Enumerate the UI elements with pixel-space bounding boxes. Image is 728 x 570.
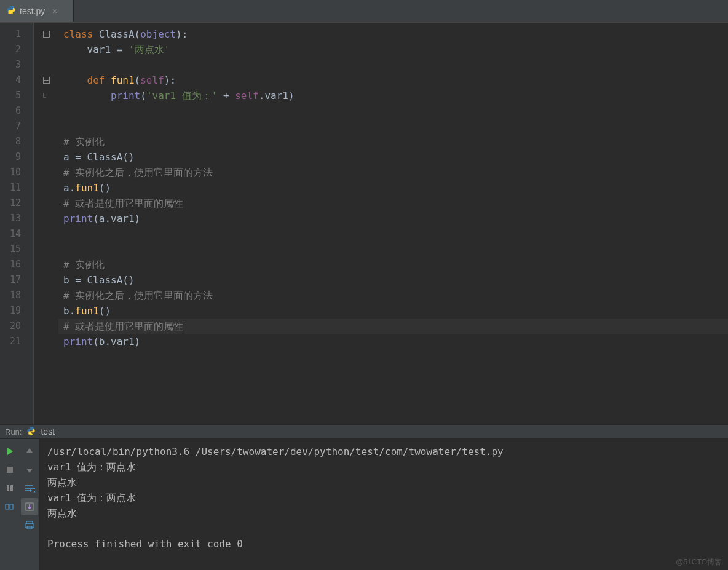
line-number: 18	[0, 288, 33, 303]
more-icon[interactable]	[1, 517, 18, 534]
console-line: /usr/local/bin/python3.6 /Users/twowater…	[47, 444, 721, 459]
line-number: 13	[0, 211, 33, 226]
line-number: 14	[0, 226, 33, 242]
line-number: 11	[0, 180, 33, 196]
console-line	[47, 521, 721, 536]
line-number: 5	[0, 88, 33, 103]
console-line: 两点水	[47, 475, 721, 490]
run-panel: /usr/local/bin/python3.6 /Users/twowater…	[0, 439, 728, 570]
console-line: 两点水	[47, 505, 721, 521]
line-number: 9	[0, 149, 33, 165]
scroll-to-end-icon[interactable]	[21, 498, 38, 515]
tab-bar: test.py ✕	[0, 0, 728, 22]
fold-start-icon[interactable]	[34, 73, 58, 88]
pause-button[interactable]	[1, 480, 18, 497]
down-icon[interactable]	[21, 461, 38, 478]
watermark: @51CTO博客	[676, 557, 722, 568]
line-number: 15	[0, 242, 33, 257]
line-number: 4	[0, 73, 33, 88]
python-file-icon	[6, 5, 16, 17]
svg-rect-7	[6, 504, 9, 509]
svg-rect-6	[10, 485, 13, 491]
svg-rect-10	[26, 521, 33, 524]
python-icon	[26, 426, 36, 438]
svg-rect-4	[7, 467, 13, 473]
console-line: var1 值为：两点水	[47, 459, 721, 475]
code-area[interactable]: class ClassA(object): var1 = '两点水' def f…	[58, 23, 728, 424]
line-number: 6	[0, 103, 33, 119]
gutter: 1 2 3 4 5 6 7 8 9 10 11 12 13 14 15 16 1…	[0, 23, 34, 424]
svg-rect-11	[25, 524, 34, 528]
run-label: Run:	[5, 427, 22, 437]
svg-rect-8	[10, 504, 13, 509]
line-number: 16	[0, 257, 33, 272]
console-line: var1 值为：两点水	[47, 490, 721, 505]
run-toolbar-left	[0, 439, 40, 570]
tab-test-py[interactable]: test.py ✕	[0, 0, 74, 22]
line-number: 21	[0, 334, 33, 349]
soft-wrap-icon[interactable]	[21, 480, 38, 497]
line-number: 3	[0, 57, 33, 73]
up-icon[interactable]	[21, 443, 38, 460]
rerun-button[interactable]	[1, 443, 18, 460]
line-number: 19	[0, 303, 33, 319]
line-number: 12	[0, 196, 33, 211]
run-panel-header: Run: test	[0, 424, 728, 439]
console-output[interactable]: /usr/local/bin/python3.6 /Users/twowater…	[40, 439, 728, 570]
stop-button[interactable]	[1, 461, 18, 478]
fold-strip	[34, 23, 58, 424]
line-number: 2	[0, 42, 33, 57]
close-icon[interactable]: ✕	[52, 6, 57, 15]
line-number: 17	[0, 272, 33, 288]
run-config-name: test	[41, 427, 55, 437]
dump-threads-button[interactable]	[1, 498, 18, 515]
line-number: 8	[0, 134, 33, 149]
line-number: 20	[0, 319, 33, 334]
svg-rect-5	[7, 485, 9, 491]
fold-start-icon[interactable]	[34, 26, 58, 42]
caret	[183, 321, 183, 333]
editor: 1 2 3 4 5 6 7 8 9 10 11 12 13 14 15 16 1…	[0, 22, 728, 424]
line-number: 7	[0, 119, 33, 134]
fold-end-icon[interactable]	[34, 88, 58, 103]
line-number: 10	[0, 165, 33, 180]
console-line: Process finished with exit code 0	[47, 536, 721, 552]
line-number: 1	[0, 26, 33, 42]
tab-label: test.py	[20, 6, 45, 16]
print-icon[interactable]	[21, 517, 38, 534]
